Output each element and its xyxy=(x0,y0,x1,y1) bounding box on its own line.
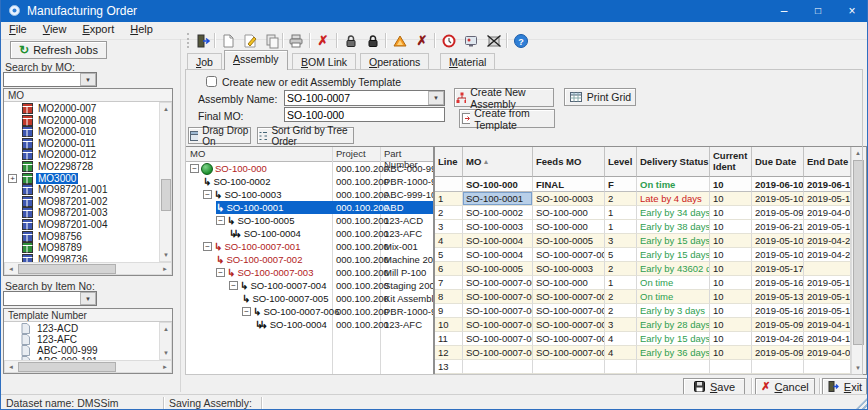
tree-grid-row[interactable]: ↳↳SO-100-0004000.100.200123-AFC xyxy=(186,318,433,331)
exit-button[interactable]: Exit xyxy=(822,378,867,395)
cancel-button[interactable]: ✗ Cancel xyxy=(755,378,815,395)
mo-tree-item[interactable]: +MO3000 xyxy=(5,173,155,185)
mo-tree-item[interactable]: MO98789 xyxy=(5,242,155,254)
mo-tree-item[interactable]: MO987201-003 xyxy=(5,207,155,219)
tab-bom-link[interactable]: BOM Link xyxy=(292,53,356,70)
template-list-header[interactable]: Template Number xyxy=(4,309,172,322)
window-title: Manufacturing Order xyxy=(27,4,137,18)
tree-mo-label: SO-100-0007-005 xyxy=(252,293,328,304)
sign-out-icon[interactable] xyxy=(193,31,213,50)
mo-tree-item[interactable]: MO2000-012 xyxy=(5,149,155,161)
tree-mo-label: SO-100-0001 xyxy=(226,202,283,213)
search-item-dropdown-icon[interactable]: ▼ xyxy=(80,292,96,305)
tree-grid-row[interactable]: −↳SO-100-0007-003000.100.200Mill P-100 xyxy=(186,266,433,279)
template-vscrollbar[interactable]: ▲ ▼ xyxy=(159,322,172,360)
mo-tree-item[interactable]: MO2000-010 xyxy=(5,126,155,138)
copy-icon[interactable] xyxy=(262,31,282,50)
menu-item-export[interactable]: Export xyxy=(74,22,122,39)
tree-grid-row[interactable]: ↳SO-100-0007-005000.100.200Kit Assembly xyxy=(186,292,433,305)
toolbar-separator xyxy=(214,33,216,48)
monitor-icon[interactable] xyxy=(461,31,481,50)
tab-assembly[interactable]: Assembly xyxy=(224,50,288,70)
close-button[interactable]: × xyxy=(835,0,868,22)
menu-item-help[interactable]: Help xyxy=(122,22,161,39)
template-hscrollbar[interactable]: ◄ ► xyxy=(4,360,172,373)
resize-grip[interactable] xyxy=(856,398,867,409)
edit-icon[interactable] xyxy=(240,31,260,50)
scroll-thumb[interactable] xyxy=(18,264,116,274)
tab-operations[interactable]: Operations xyxy=(360,53,429,70)
mo-tree-item[interactable]: MO998736 xyxy=(5,254,155,262)
saving-assembly-status: Saving Assembly: xyxy=(169,397,252,409)
cancel-icon: ✗ xyxy=(761,380,770,393)
mo-tree-item[interactable]: MO98756 xyxy=(5,231,155,243)
tab-job[interactable]: Job xyxy=(187,53,222,70)
menu-item-view[interactable]: View xyxy=(35,22,75,39)
help-icon[interactable]: ? xyxy=(511,31,531,50)
scroll-left-icon[interactable]: ◄ xyxy=(5,263,17,275)
new-document-icon[interactable] xyxy=(218,31,238,50)
tree-grid-row[interactable]: −↳SO-100-0007-001000.100.200Mix-001 xyxy=(186,240,433,253)
tree-grid-row[interactable]: −↳SO-100-0007-006000.100.200PBR-1000-9 xyxy=(186,305,433,318)
tree-part-cell: 123-AFC xyxy=(384,318,422,331)
scroll-right-icon[interactable]: ► xyxy=(159,361,171,373)
lock-icon[interactable] xyxy=(341,31,361,50)
expander-icon[interactable]: − xyxy=(216,268,225,277)
root-node-icon xyxy=(201,163,213,175)
scroll-thumb[interactable] xyxy=(18,362,116,372)
mo-list-header[interactable]: MO xyxy=(4,89,172,102)
tree-grid-row[interactable]: ↳SO-100-0007-002000.100.200Machine 200 xyxy=(186,253,433,266)
tree-grid-row[interactable]: ↳SO-100-0002000.100.200PBR-1000-9 xyxy=(186,175,433,188)
delete-icon[interactable]: ✗ xyxy=(313,31,333,50)
save-button[interactable]: Save xyxy=(683,378,745,395)
expander-icon[interactable]: + xyxy=(8,174,17,183)
tab-material[interactable]: Material xyxy=(440,53,495,70)
remove-icon[interactable]: ✗ xyxy=(412,31,432,50)
expander-icon[interactable]: − xyxy=(242,307,251,316)
expander-icon[interactable]: − xyxy=(203,190,212,199)
refresh-jobs-button[interactable]: ↻ Refresh Jobs xyxy=(10,41,107,59)
mo-tree-item[interactable]: MO2298728 xyxy=(5,161,155,173)
tree-grid-row[interactable]: −↳SO-100-0005000.100.200123-ACD xyxy=(186,214,433,227)
menu-item-file[interactable]: File xyxy=(1,22,35,39)
mo-tree-item[interactable]: MO987201-001 xyxy=(5,184,155,196)
minimize-button[interactable]: – xyxy=(767,0,801,22)
tree-grid-row[interactable]: ↳↳SO-100-0004000.100.200123-AFC xyxy=(186,227,433,240)
mo-tree-item[interactable]: MO987201-002 xyxy=(5,196,155,208)
schedule-icon[interactable] xyxy=(439,31,459,50)
title-bar[interactable]: Manufacturing Order – □ × xyxy=(1,0,868,22)
maximize-button[interactable]: □ xyxy=(801,0,835,22)
mo-list-hscrollbar[interactable]: ◄ ► xyxy=(4,262,172,275)
tree-part-cell: Machine 200 xyxy=(384,253,434,266)
expander-icon[interactable]: − xyxy=(190,164,199,173)
scroll-down-icon[interactable]: ▼ xyxy=(160,249,172,261)
scroll-down-icon[interactable]: ▼ xyxy=(160,347,172,359)
mo-tree-item[interactable]: MO2000-011 xyxy=(5,138,155,150)
no-drop-icon[interactable] xyxy=(484,31,504,50)
scroll-up-icon[interactable]: ▲ xyxy=(160,323,172,335)
scroll-right-icon[interactable]: ► xyxy=(159,263,171,275)
scroll-left-icon[interactable]: ◄ xyxy=(5,361,17,373)
scroll-up-icon[interactable]: ▲ xyxy=(160,103,172,115)
expander-icon[interactable]: − xyxy=(203,242,212,251)
search-mo-dropdown-icon[interactable]: ▼ xyxy=(80,73,96,86)
mo-list-vscrollbar[interactable]: ▲ ▼ xyxy=(159,102,172,262)
mo-tree-item[interactable]: MO987201-004 xyxy=(5,219,155,231)
mo-tree-item[interactable]: MO2000-007 xyxy=(5,103,155,115)
tree-grid-row[interactable]: −↳SO-100-0003000.100.200ABC-999-101 xyxy=(186,188,433,201)
scroll-thumb[interactable] xyxy=(161,179,171,211)
expander-icon[interactable]: − xyxy=(229,281,238,290)
tree-grid-row[interactable]: −↳SO-100-0007-004000.100.200Staging 200 xyxy=(186,279,433,292)
print-icon[interactable] xyxy=(286,31,306,50)
alert-icon[interactable] xyxy=(390,31,410,50)
double-feed-arrow-icon: ↳↳ xyxy=(229,228,242,239)
feed-arrow-icon: ↳ xyxy=(214,241,222,252)
mo-tree-item[interactable]: MO2000-008 xyxy=(5,115,155,127)
mo-item-label: MO2298728 xyxy=(36,161,95,172)
tree-grid-row[interactable]: −SO-100-000000.100.200ABC-000-999 xyxy=(186,162,433,175)
tree-grid-row[interactable]: ↳SO-100-0001000.100.200ABD xyxy=(186,201,433,214)
expander-icon[interactable]: − xyxy=(216,216,225,225)
toolbar-grip[interactable] xyxy=(187,33,192,48)
lock-dark-icon[interactable] xyxy=(363,31,383,50)
mo-item-label: MO2000-007 xyxy=(36,103,98,114)
